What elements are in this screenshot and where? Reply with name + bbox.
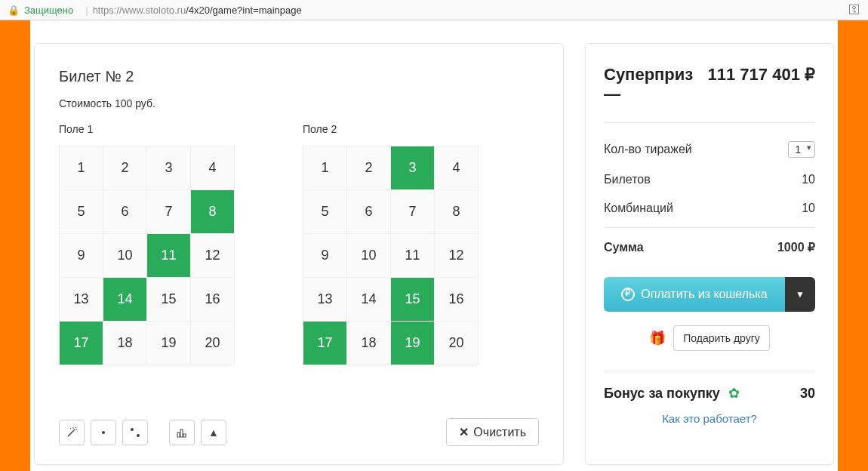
tickets-row: Билетов 10: [604, 165, 815, 194]
number-cell[interactable]: 14: [347, 278, 391, 322]
pay-label: Оплатить из кошелька: [641, 288, 767, 301]
number-cell[interactable]: 13: [60, 278, 103, 322]
number-cell[interactable]: 16: [191, 278, 235, 322]
number-cell[interactable]: 1: [60, 146, 103, 190]
ticket-title: Билет № 2: [59, 68, 539, 85]
pay-button[interactable]: Оплатить из кошелька: [604, 277, 785, 312]
dice-1-button[interactable]: [91, 420, 116, 445]
separator: |: [85, 5, 88, 16]
number-cell[interactable]: 12: [435, 234, 479, 278]
number-cell[interactable]: 9: [60, 234, 103, 278]
gift-row: 🎁 Подарить другу: [604, 325, 815, 351]
bonus-label-wrap: Бонус за покупку ✿: [604, 385, 740, 402]
tickets-label: Билетов: [604, 173, 651, 186]
pay-wrap: Оплатить из кошелька ▼: [604, 277, 815, 312]
url-host: https://www.stoloto.ru: [93, 5, 186, 16]
dice-2-icon: [129, 426, 141, 439]
svg-rect-5: [177, 433, 180, 437]
ticket-cost: Стоимость 100 руб.: [59, 97, 539, 109]
number-cell[interactable]: 3: [147, 146, 191, 190]
number-cell[interactable]: 4: [191, 146, 235, 190]
number-cell[interactable]: 11: [391, 234, 435, 278]
field-1: Поле 1 1234567891011121314151617181920: [59, 123, 235, 365]
number-cell[interactable]: 10: [347, 234, 391, 278]
number-cell[interactable]: 15: [391, 278, 435, 322]
gift-button[interactable]: Подарить другу: [673, 325, 770, 351]
number-cell[interactable]: 8: [435, 190, 479, 234]
number-cell[interactable]: 7: [391, 190, 435, 234]
number-cell[interactable]: 7: [147, 190, 191, 234]
number-cell[interactable]: 19: [147, 322, 191, 365]
ticket-actions: ▲ ✕ Очистить: [59, 418, 539, 446]
clear-button[interactable]: ✕ Очистить: [446, 418, 539, 446]
number-cell[interactable]: 2: [103, 146, 147, 190]
svg-line-3: [75, 427, 76, 428]
total-value: 1000 ₽: [777, 240, 815, 254]
number-cell[interactable]: 20: [191, 322, 235, 365]
triangle-down-icon: ▼: [796, 289, 805, 300]
number-grid-1: 1234567891011121314151617181920: [59, 146, 235, 365]
number-cell[interactable]: 3: [391, 146, 435, 190]
number-cell[interactable]: 10: [103, 234, 147, 278]
draws-label: Кол-во тиражей: [604, 143, 692, 156]
key-icon[interactable]: ⚿: [848, 3, 860, 17]
url-path: /4x20/game?int=mainpage: [186, 5, 302, 16]
draws-row: Кол-во тиражей 1: [604, 134, 815, 165]
triangle-up-icon: ▲: [208, 426, 219, 439]
number-cell[interactable]: 5: [303, 190, 347, 234]
number-cell[interactable]: 19: [391, 322, 435, 365]
number-cell[interactable]: 14: [103, 278, 147, 322]
svg-line-4: [70, 428, 71, 429]
number-grid-2: 1234567891011121314151617181920: [303, 146, 479, 365]
how-it-works-link[interactable]: Как это работает?: [662, 412, 757, 425]
number-cell[interactable]: 1: [303, 146, 347, 190]
svg-line-0: [68, 429, 75, 436]
draws-select[interactable]: 1: [788, 141, 815, 158]
ticket-card: Билет № 2 Стоимость 100 руб. Поле 1 1234…: [34, 43, 564, 465]
number-cell[interactable]: 4: [435, 146, 479, 190]
number-cell[interactable]: 6: [347, 190, 391, 234]
superprize-row: Суперприз — 111 717 401 ₽: [604, 65, 815, 104]
total-label: Сумма: [604, 241, 644, 254]
number-cell[interactable]: 13: [303, 278, 347, 322]
combos-label: Комбинаций: [604, 202, 673, 215]
number-cell[interactable]: 16: [435, 278, 479, 322]
field-2-label: Поле 2: [303, 123, 479, 135]
number-cell[interactable]: 6: [103, 190, 147, 234]
superprize-amount: 111 717 401 ₽: [708, 65, 815, 85]
number-cell[interactable]: 9: [303, 234, 347, 278]
url-bar: 🔒 Защищено | https://www.stoloto.ru/4x20…: [0, 0, 868, 20]
tickets-value: 10: [802, 173, 815, 186]
wand-icon: [66, 426, 78, 439]
wallet-icon: [621, 288, 635, 301]
number-cell[interactable]: 5: [60, 190, 103, 234]
number-cell[interactable]: 20: [435, 322, 479, 365]
number-cell[interactable]: 2: [347, 146, 391, 190]
clear-label: Очистить: [473, 426, 526, 439]
lock-icon: 🔒: [8, 5, 20, 16]
number-cell[interactable]: 17: [303, 322, 347, 365]
bonus-value: 30: [800, 386, 815, 402]
superprize-label: Суперприз —: [604, 65, 708, 104]
pay-dropdown[interactable]: ▼: [785, 277, 815, 312]
up-arrow-button[interactable]: ▲: [201, 420, 226, 445]
magic-wand-button[interactable]: [59, 420, 85, 445]
number-cell[interactable]: 8: [191, 190, 235, 234]
bonus-row: Бонус за покупку ✿ 30: [604, 385, 815, 402]
total-row: Сумма 1000 ₽: [604, 227, 815, 262]
combos-row: Комбинаций 10: [604, 194, 815, 223]
number-cell[interactable]: 18: [103, 322, 147, 365]
number-cell[interactable]: 17: [60, 322, 103, 365]
field-2: Поле 2 1234567891011121314151617181920: [303, 123, 479, 365]
number-cell[interactable]: 11: [147, 234, 191, 278]
bar-chart-icon: [176, 426, 188, 439]
bonus-label: Бонус за покупку: [604, 386, 720, 401]
dice-1-icon: [97, 426, 109, 439]
number-cell[interactable]: 12: [191, 234, 235, 278]
field-1-label: Поле 1: [59, 123, 235, 135]
stats-button[interactable]: [169, 420, 195, 445]
url-text[interactable]: https://www.stoloto.ru/4x20/game?int=mai…: [93, 5, 302, 16]
dice-2-button[interactable]: [122, 420, 148, 445]
number-cell[interactable]: 15: [147, 278, 191, 322]
number-cell[interactable]: 18: [347, 322, 391, 365]
